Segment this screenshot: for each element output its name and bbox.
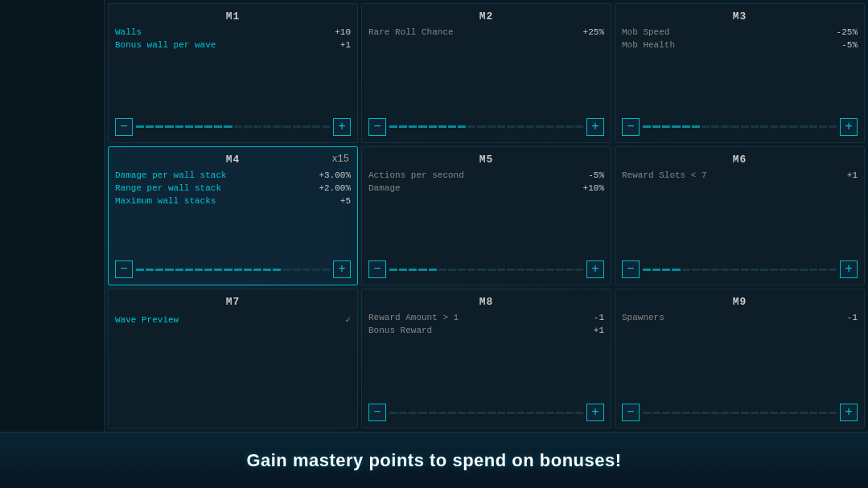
- slider-minus-m5[interactable]: −: [368, 260, 386, 278]
- slider-container-m8: −+: [368, 397, 604, 421]
- slider-container-m4: −+: [115, 254, 351, 278]
- slider-minus-m2[interactable]: −: [368, 118, 386, 136]
- slider-track-m5: [389, 268, 583, 271]
- stat-row-m3-1: Mob Health-5%: [622, 39, 858, 51]
- slider-minus-m3[interactable]: −: [622, 118, 640, 136]
- card-title-m5: M5: [368, 154, 604, 166]
- stat-value-m1-1: +1: [340, 40, 351, 50]
- slider-plus-m5[interactable]: +: [586, 260, 604, 278]
- slider-plus-m4[interactable]: +: [333, 260, 351, 278]
- slider-container-m6: −+: [622, 254, 858, 278]
- left-sidebar: [0, 0, 105, 432]
- card-m6[interactable]: M6Reward Slots < 7+1−+: [615, 146, 865, 286]
- slider-track-m9: [643, 411, 837, 414]
- stat-value-m4-2: +5: [340, 196, 351, 206]
- stat-value-m6-0: +1: [847, 170, 858, 180]
- slider-track-m3: [643, 125, 837, 129]
- stat-value-m8-1: +1: [594, 326, 604, 335]
- card-m9[interactable]: M9Spawners-1−+: [615, 289, 865, 429]
- card-level-m4: x15: [331, 154, 349, 165]
- footer-text: Gain mastery points to spend on bonuses!: [246, 450, 621, 471]
- stat-label-m3-1: Mob Health: [622, 40, 675, 50]
- stat-value-m9-0: -1: [847, 313, 858, 322]
- slider-track-m4: [136, 268, 330, 271]
- stat-value-m4-0: +3.00%: [319, 170, 351, 180]
- stat-label-m4-0: Damage per wall stack: [115, 170, 227, 180]
- slider-minus-m1[interactable]: −: [115, 118, 133, 136]
- stat-label-m6-0: Reward Slots < 7: [622, 170, 707, 180]
- stat-label-m9-0: Spawners: [622, 313, 664, 322]
- footer-bar: Gain mastery points to spend on bonuses!: [0, 432, 868, 488]
- stat-row-m4-1: Range per wall stack+2.00%: [115, 182, 351, 195]
- stat-value-m3-0: -25%: [837, 27, 858, 37]
- card-title-m4: M4: [115, 154, 351, 166]
- card-title-m9: M9: [622, 296, 858, 308]
- card-m4[interactable]: M4x15Damage per wall stack+3.00%Range pe…: [108, 146, 358, 286]
- stat-label-m1-0: Walls: [115, 27, 142, 37]
- stat-row-m9-0: Spawners-1: [622, 311, 858, 324]
- stat-value-m2-0: +25%: [583, 27, 604, 37]
- stat-row-m5-1: Damage+10%: [368, 182, 604, 195]
- slider-minus-m8[interactable]: −: [368, 404, 386, 421]
- stat-label-m5-0: Actions per second: [368, 170, 464, 180]
- slider-container-m2: −+: [368, 112, 604, 136]
- slider-minus-m6[interactable]: −: [622, 260, 640, 278]
- stat-value-m5-1: +10%: [583, 183, 604, 193]
- slider-track-m8: [389, 411, 583, 414]
- stat-value-m5-0: -5%: [588, 170, 604, 180]
- slider-plus-m6[interactable]: +: [840, 260, 858, 278]
- slider-container-m1: −+: [115, 112, 351, 136]
- slider-container-m5: −+: [368, 254, 604, 278]
- card-title-m7: M7: [115, 296, 351, 308]
- slider-minus-m4[interactable]: −: [115, 260, 133, 278]
- stat-value-m8-0: -1: [594, 313, 604, 322]
- stat-label-m8-1: Bonus Reward: [368, 326, 432, 335]
- wave-preview-check-icon: ✓: [345, 314, 351, 325]
- card-title-m8: M8: [368, 296, 604, 308]
- stat-label-m4-2: Maximum wall stacks: [115, 196, 216, 206]
- stat-label-m4-1: Range per wall stack: [115, 183, 221, 193]
- slider-container-m9: −+: [622, 397, 858, 421]
- stat-row-m6-0: Reward Slots < 7+1: [622, 169, 858, 182]
- wave-preview-row: Wave Preview✓: [115, 311, 351, 328]
- stat-label-m3-0: Mob Speed: [622, 27, 669, 37]
- stat-label-m8-0: Reward Amount > 1: [368, 313, 459, 322]
- slider-plus-m1[interactable]: +: [333, 118, 351, 136]
- slider-plus-m2[interactable]: +: [586, 118, 604, 136]
- stat-row-m8-0: Reward Amount > 1-1: [368, 311, 604, 324]
- card-m5[interactable]: M5Actions per second-5%Damage+10%−+: [361, 146, 611, 286]
- card-title-m2: M2: [368, 10, 604, 23]
- stat-label-m5-1: Damage: [368, 183, 401, 193]
- stat-row-m5-0: Actions per second-5%: [368, 169, 604, 182]
- stat-value-m3-1: -5%: [841, 40, 858, 50]
- slider-track-m2: [389, 125, 583, 129]
- stat-row-m2-0: Rare Roll Chance+25%: [368, 26, 604, 39]
- slider-container-m3: −+: [622, 112, 858, 136]
- stat-value-m4-1: +2.00%: [319, 183, 351, 193]
- slider-track-m6: [643, 268, 837, 271]
- card-m3[interactable]: M3Mob Speed-25%Mob Health-5%−+: [615, 3, 865, 143]
- cards-grid: M1Walls+10Bonus wall per wave+1−+M2Rare …: [105, 0, 868, 432]
- card-m8[interactable]: M8Reward Amount > 1-1Bonus Reward+1−+: [361, 289, 611, 429]
- slider-plus-m3[interactable]: +: [840, 118, 858, 136]
- card-title-m3: M3: [622, 10, 858, 23]
- slider-track-m1: [136, 125, 330, 129]
- card-m7[interactable]: M7Wave Preview✓: [108, 289, 358, 429]
- card-title-m1: M1: [115, 10, 351, 23]
- stat-row-m1-0: Walls+10: [115, 26, 351, 39]
- wave-preview-label: Wave Preview: [115, 315, 179, 325]
- stat-row-m4-2: Maximum wall stacks+5: [115, 195, 351, 207]
- stat-row-m1-1: Bonus wall per wave+1: [115, 39, 351, 51]
- stat-row-m3-0: Mob Speed-25%: [622, 26, 858, 39]
- stat-label-m1-1: Bonus wall per wave: [115, 40, 216, 50]
- slider-plus-m9[interactable]: +: [840, 404, 858, 421]
- stat-row-m4-0: Damage per wall stack+3.00%: [115, 169, 351, 182]
- card-m1[interactable]: M1Walls+10Bonus wall per wave+1−+: [108, 3, 358, 143]
- slider-plus-m8[interactable]: +: [586, 404, 604, 421]
- card-m2[interactable]: M2Rare Roll Chance+25%−+: [361, 3, 611, 143]
- stat-value-m1-0: +10: [335, 27, 351, 37]
- stat-label-m2-0: Rare Roll Chance: [368, 27, 454, 37]
- card-title-m6: M6: [622, 154, 858, 166]
- slider-minus-m9[interactable]: −: [622, 404, 640, 421]
- stat-row-m8-1: Bonus Reward+1: [368, 324, 604, 337]
